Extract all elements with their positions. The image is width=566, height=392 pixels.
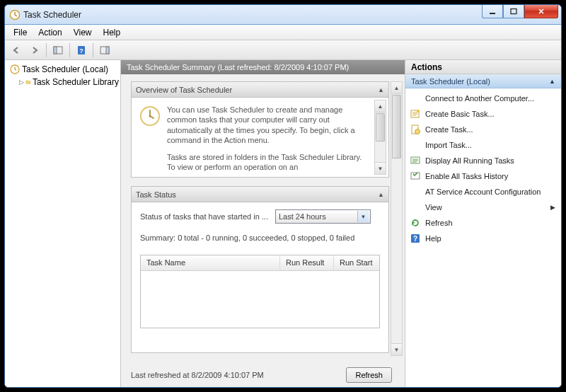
overview-panel: Overview of Task Scheduler ▲ You can use… bbox=[131, 81, 389, 178]
actions-title: Actions bbox=[405, 60, 561, 74]
action-at-config[interactable]: AT Service Account Configuration bbox=[405, 184, 561, 200]
tree-root-label: Task Scheduler (Local) bbox=[22, 64, 108, 74]
blank-icon bbox=[410, 93, 421, 104]
refresh-button[interactable]: Refresh bbox=[346, 367, 392, 383]
toolbar-separator bbox=[69, 43, 70, 57]
action-refresh[interactable]: Refresh bbox=[405, 215, 561, 231]
overview-p1: You can use Task Scheduler to create and… bbox=[167, 105, 369, 145]
action-display-running[interactable]: Display All Running Tasks bbox=[405, 153, 561, 168]
collapse-icon[interactable]: ▲ bbox=[549, 78, 555, 85]
task-status-header[interactable]: Task Status ▲ bbox=[132, 187, 388, 202]
overview-p2: Tasks are stored in folders in the Task … bbox=[167, 152, 369, 173]
task-status-panel: Task Status ▲ Status of tasks that have … bbox=[131, 186, 389, 353]
show-hide-console-tree-button[interactable] bbox=[50, 42, 67, 58]
overview-body: You can use Task Scheduler to create and… bbox=[132, 98, 388, 177]
scroll-down-icon[interactable]: ▼ bbox=[375, 162, 386, 174]
tree-library-label: Task Scheduler Library bbox=[33, 77, 119, 87]
overview-scrollbar[interactable]: ▲ ▼ bbox=[374, 100, 386, 175]
col-task-name[interactable]: Task Name bbox=[141, 255, 280, 270]
action-import-task[interactable]: Import Task... bbox=[405, 137, 561, 153]
collapse-icon[interactable]: ▲ bbox=[378, 191, 384, 198]
svg-rect-2 bbox=[511, 9, 516, 14]
center-footer: Last refreshed at 8/2/2009 4:10:07 PM Re… bbox=[131, 362, 392, 383]
overview-title: Overview of Task Scheduler bbox=[136, 86, 232, 94]
scroll-up-icon[interactable]: ▲ bbox=[375, 100, 386, 113]
window-buttons bbox=[482, 5, 561, 24]
action-create-basic-task[interactable]: Create Basic Task... bbox=[405, 106, 561, 122]
menu-help[interactable]: Help bbox=[98, 26, 127, 39]
menu-action[interactable]: Action bbox=[33, 26, 67, 39]
app-icon bbox=[9, 9, 21, 21]
last-refreshed-text: Last refreshed at 8/2/2009 4:10:07 PM bbox=[131, 371, 264, 379]
scroll-up-icon[interactable]: ▲ bbox=[391, 82, 402, 94]
action-connect[interactable]: Connect to Another Computer... bbox=[405, 91, 561, 106]
history-icon bbox=[410, 171, 421, 182]
toolbar-separator bbox=[46, 43, 47, 57]
blank-icon bbox=[410, 139, 421, 151]
svg-point-16 bbox=[415, 129, 420, 134]
maximize-button[interactable] bbox=[503, 5, 524, 18]
blank-icon bbox=[410, 202, 421, 213]
overview-text: You can use Task Scheduler to create and… bbox=[167, 105, 369, 170]
task-table: Task Name Run Result Run Start bbox=[140, 255, 380, 328]
svg-rect-4 bbox=[54, 47, 57, 54]
action-create-task[interactable]: Create Task... bbox=[405, 122, 561, 137]
tree-library[interactable]: ▷ Task Scheduler Library bbox=[6, 76, 119, 88]
tree-root[interactable]: Task Scheduler (Local) bbox=[6, 63, 119, 76]
center-scrollbar[interactable]: ▲ ▼ bbox=[391, 81, 403, 356]
blank-icon bbox=[410, 186, 421, 197]
wizard-icon bbox=[410, 108, 421, 120]
task-status-body: Status of tasks that have started in ...… bbox=[132, 202, 388, 335]
svg-point-12 bbox=[149, 115, 151, 117]
folder-icon bbox=[25, 76, 31, 88]
refresh-icon bbox=[410, 217, 421, 229]
action-enable-history[interactable]: Enable All Tasks History bbox=[405, 168, 561, 184]
actions-group-header[interactable]: Task Scheduler (Local) ▲ bbox=[405, 74, 561, 88]
action-help[interactable]: ? Help bbox=[405, 231, 561, 246]
status-summary-text: Summary: 0 total - 0 running, 0 succeede… bbox=[140, 234, 380, 242]
expand-icon[interactable]: ▷ bbox=[19, 79, 24, 86]
svg-text:?: ? bbox=[413, 235, 417, 243]
collapse-icon[interactable]: ▲ bbox=[378, 86, 384, 93]
col-run-result[interactable]: Run Result bbox=[280, 255, 334, 270]
submenu-arrow-icon: ▶ bbox=[550, 204, 555, 211]
svg-rect-18 bbox=[411, 173, 420, 179]
dropdown-arrow-icon: ▼ bbox=[357, 211, 369, 222]
actions-list: Connect to Another Computer... Create Ba… bbox=[405, 88, 561, 248]
forward-button[interactable] bbox=[26, 42, 43, 58]
menu-view[interactable]: View bbox=[68, 26, 98, 39]
menu-file[interactable]: File bbox=[8, 26, 33, 39]
toolbar-separator bbox=[93, 43, 93, 57]
scroll-thumb[interactable] bbox=[392, 95, 401, 158]
svg-rect-1 bbox=[490, 13, 495, 14]
window-title: Task Scheduler bbox=[23, 10, 482, 20]
menubar: File Action View Help bbox=[5, 25, 561, 40]
status-period-dropdown[interactable]: Last 24 hours ▼ bbox=[275, 209, 371, 224]
center-panel: Task Scheduler Summary (Last refreshed: … bbox=[121, 60, 405, 387]
help-icon: ? bbox=[410, 233, 421, 244]
actions-group-title: Task Scheduler (Local) bbox=[411, 77, 490, 86]
help-button[interactable]: ? bbox=[73, 42, 90, 58]
col-run-start[interactable]: Run Start bbox=[334, 255, 379, 270]
window: Task Scheduler File Action View Help ? T… bbox=[4, 4, 562, 388]
task-status-title: Task Status bbox=[136, 190, 176, 199]
scroll-thumb[interactable] bbox=[376, 113, 385, 142]
show-hide-action-pane-button[interactable] bbox=[96, 42, 113, 58]
center-body: Overview of Task Scheduler ▲ You can use… bbox=[121, 74, 405, 387]
clock-large-icon bbox=[139, 105, 161, 127]
status-filter-row: Status of tasks that have started in ...… bbox=[140, 209, 380, 224]
back-button[interactable] bbox=[8, 42, 25, 58]
svg-rect-8 bbox=[106, 47, 109, 54]
close-button[interactable] bbox=[524, 5, 558, 18]
toolbar: ? bbox=[5, 40, 561, 60]
titlebar: Task Scheduler bbox=[5, 5, 561, 25]
clock-icon bbox=[9, 64, 21, 75]
actions-panel: Actions Task Scheduler (Local) ▲ Connect… bbox=[405, 60, 561, 387]
overview-header[interactable]: Overview of Task Scheduler ▲ bbox=[132, 82, 388, 98]
action-view[interactable]: View ▶ bbox=[405, 200, 561, 215]
svg-text:?: ? bbox=[79, 47, 83, 54]
scroll-down-icon[interactable]: ▼ bbox=[391, 343, 402, 355]
status-filter-label: Status of tasks that have started in ... bbox=[140, 212, 268, 221]
minimize-button[interactable] bbox=[482, 5, 503, 18]
content-area: Task Scheduler (Local) ▷ Task Scheduler … bbox=[5, 60, 561, 387]
